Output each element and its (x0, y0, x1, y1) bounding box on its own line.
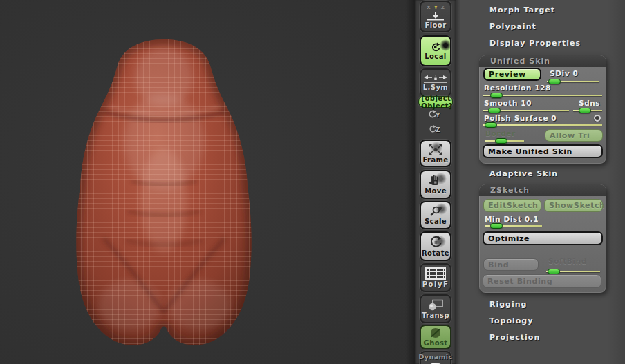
rotate-y-button[interactable]: Y (427, 110, 440, 119)
ghost-label: Ghost (424, 339, 448, 347)
floor-axes: X Y Z (427, 5, 445, 10)
move-label: Move (425, 187, 447, 195)
local-symmetry-icon (424, 75, 447, 83)
magnifier-scale-icon (429, 206, 443, 217)
frame-button[interactable]: Frame (420, 140, 451, 167)
polyframe-grid-icon (425, 267, 446, 280)
sdns-slider[interactable] (573, 108, 602, 114)
polish-mode-toggle-icon[interactable] (594, 115, 601, 122)
unified-skin-panel: Unified Skin Preview SDiv 0 Resolution 1… (479, 55, 606, 164)
rotate-z-button[interactable]: Z (428, 125, 440, 133)
xyz-label: [object Object] (421, 95, 452, 110)
viewport-canvas[interactable] (0, 0, 415, 364)
smooth-label: Smooth 10 (484, 99, 532, 107)
xyz-rotation-lock-button[interactable]: [object Object] (418, 96, 453, 108)
zbrush-window: X Y Z Floor Loc (0, 0, 625, 364)
section-topology[interactable]: Topology (489, 316, 533, 325)
soft-bind-label: SoftBind (548, 257, 587, 265)
resolution-label: Resolution 128 (484, 84, 551, 92)
dynamic-label: Dynamic (419, 353, 453, 361)
allow-tri-button[interactable]: Allow Tri (545, 129, 603, 142)
sdiv-slider[interactable] (547, 79, 599, 85)
bind-button[interactable]: Bind (483, 258, 539, 271)
scale-button[interactable]: Scale (420, 201, 451, 229)
frame-label: Frame (422, 156, 448, 164)
rotate-arrow-icon (419, 98, 420, 106)
reset-binding-button[interactable]: Reset Binding (483, 274, 601, 288)
lsym-button[interactable]: L.Sym (420, 68, 451, 97)
section-rigging[interactable]: Rigging (489, 300, 527, 309)
min-dist-slider[interactable] (485, 223, 542, 229)
optimize-button[interactable]: Optimize (483, 231, 603, 245)
preview-button[interactable]: Preview (483, 68, 541, 81)
floor-grid-icon (427, 12, 445, 21)
border-label: Border (485, 129, 516, 137)
local-button[interactable]: Local (420, 35, 451, 66)
polyframe-button[interactable]: PolyF (420, 263, 451, 292)
ghost-icon (429, 327, 442, 338)
polish-surface-label: Polish Surface 0 (484, 114, 557, 122)
move-button[interactable]: Move (420, 170, 451, 199)
local-pivot-icon (430, 42, 441, 52)
floor-button[interactable]: X Y Z Floor (420, 1, 451, 32)
zsketch-panel: ZSketch EditSketch ShowSketch Min Dist 0… (479, 184, 606, 293)
edit-sketch-button[interactable]: EditSketch (483, 199, 541, 212)
polish-surface-slider[interactable] (483, 122, 602, 128)
polyf-label: PolyF (422, 280, 449, 288)
min-dist-label: Min Dist 0.1 (485, 215, 539, 223)
right-shelf-toolbar: X Y Z Floor Loc (415, 0, 456, 364)
frame-icon (427, 144, 445, 155)
unified-skin-header[interactable]: Unified Skin (479, 55, 606, 67)
section-projection[interactable]: Projection (489, 333, 540, 342)
sdns-label: Sdns (579, 99, 600, 107)
rotate-label: Rotate (422, 249, 449, 257)
unified-skin-preview-model[interactable] (0, 0, 415, 364)
scale-label: Scale (425, 218, 447, 225)
section-polypaint[interactable]: Polypaint (489, 22, 537, 31)
smooth-slider[interactable] (483, 108, 569, 114)
section-display-properties[interactable]: Display Properties (489, 39, 581, 48)
sdiv-label: SDiv 0 (550, 69, 578, 77)
section-adaptive-skin[interactable]: Adaptive Skin (489, 169, 558, 178)
local-label: Local (425, 52, 446, 60)
ghost-button[interactable]: Ghost (420, 325, 451, 349)
rotate-button[interactable]: Rotate (420, 231, 451, 261)
transparency-button[interactable]: Transp (420, 294, 451, 323)
show-sketch-button[interactable]: ShowSketch (544, 199, 603, 212)
lsym-label: L.Sym (423, 84, 448, 91)
border-slider[interactable] (485, 138, 524, 144)
floor-label: Floor (425, 21, 447, 29)
tool-subpalettes-panel: Morph Target Polypaint Display Propertie… (456, 0, 625, 364)
rotate-icon (429, 236, 443, 249)
resolution-slider[interactable] (483, 93, 602, 99)
transparency-icon (427, 299, 444, 311)
make-unified-skin-button[interactable]: Make Unified Skin (483, 144, 603, 158)
transp-label: Transp (422, 312, 449, 319)
hand-move-icon (428, 175, 443, 186)
section-morph-target[interactable]: Morph Target (489, 6, 555, 15)
zsketch-header[interactable]: ZSketch (479, 184, 606, 196)
dynamic-button[interactable]: Dynamic (420, 351, 451, 364)
canvas-edge-shadow (405, 0, 415, 364)
